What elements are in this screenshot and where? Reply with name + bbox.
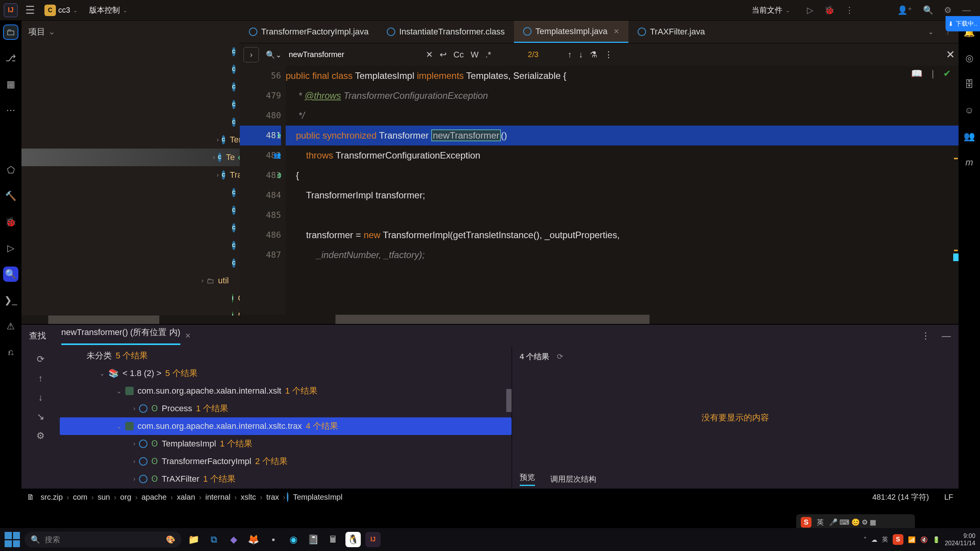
- next-match-icon[interactable]: ↓: [579, 50, 583, 60]
- close-find-icon[interactable]: ✕: [946, 48, 955, 61]
- prev-result-icon[interactable]: ↑: [38, 373, 43, 384]
- find-tool-icon[interactable]: 🔍: [3, 267, 18, 282]
- ai-assistant-icon[interactable]: ◎: [962, 51, 977, 66]
- taskbar-app-calc[interactable]: 🖩: [326, 532, 341, 547]
- find-result-row[interactable]: ⌄📚< 1.8 (2) > 5 个结果: [60, 365, 512, 382]
- project-pane-header[interactable]: 项目 ⌄: [21, 21, 240, 43]
- taskbar-app-intellij[interactable]: IJ: [365, 532, 381, 547]
- minimize-icon[interactable]: —: [962, 5, 971, 15]
- project-h-scrollbar[interactable]: [21, 316, 240, 324]
- taskbar-app-obsidian[interactable]: ◆: [226, 532, 241, 547]
- preview-tab[interactable]: 预览: [520, 472, 535, 486]
- project-tree-item[interactable]: Util: [21, 237, 240, 254]
- editor-tab[interactable]: TrAXFilter.java: [628, 21, 714, 43]
- bookmarks-tool-icon[interactable]: ⬠: [3, 162, 18, 178]
- project-tree-item[interactable]: ›Ter: [21, 131, 240, 149]
- project-name[interactable]: cc3: [58, 6, 70, 15]
- rerun-icon[interactable]: ⟳: [37, 354, 44, 365]
- tray-cloud-icon[interactable]: ☁: [871, 536, 877, 543]
- commit-tool-icon[interactable]: ⎇: [3, 51, 18, 66]
- project-tree-item[interactable]: XSL: [21, 254, 240, 272]
- taskbar-app-vscode[interactable]: ⧉: [206, 532, 221, 547]
- project-tree-item[interactable]: ›Tra: [21, 166, 240, 184]
- project-tree-item[interactable]: SAX: [21, 43, 240, 60]
- tray-clock[interactable]: 9:002024/11/14: [945, 532, 975, 547]
- run-icon[interactable]: ▷: [807, 5, 813, 15]
- more-icon[interactable]: ⋮: [604, 50, 613, 60]
- editor-tab[interactable]: TemplatesImpl.java✕: [514, 21, 628, 43]
- find-tree-scrollbar[interactable]: [506, 389, 512, 412]
- editor-tab[interactable]: InstantiateTransformer.class: [378, 21, 514, 43]
- terminal-tool-icon[interactable]: ❯_: [3, 293, 18, 308]
- tray-sogou-icon[interactable]: S: [893, 534, 903, 545]
- run-config-label[interactable]: 当前文件: [752, 5, 782, 15]
- collab-icon[interactable]: 👥: [962, 129, 977, 144]
- chevron-down-icon[interactable]: ⌄: [123, 7, 128, 13]
- build-tool-icon[interactable]: 🔨: [3, 188, 18, 204]
- caret-position[interactable]: 481:42 (14 字符): [872, 492, 929, 502]
- find-result-row[interactable]: ⌄com.sun.org.apache.xalan.internal.xsltc…: [60, 417, 512, 435]
- tray-wifi-icon[interactable]: 📶: [908, 536, 916, 543]
- download-button[interactable]: ⬇下载中..: [946, 16, 980, 31]
- inspections-ok-icon[interactable]: ✔: [943, 68, 951, 79]
- taskbar-search[interactable]: 🔍 搜索 🎨: [25, 531, 182, 548]
- whole-word-toggle[interactable]: W: [471, 50, 479, 60]
- find-result-row[interactable]: ›ʘTrAXFilter 1 个结果: [60, 470, 512, 488]
- taskbar-app-explorer[interactable]: 📁: [186, 532, 201, 547]
- debug-icon[interactable]: 🐞: [824, 5, 834, 15]
- start-button[interactable]: [5, 532, 20, 547]
- find-result-row[interactable]: ⌄com.sun.org.apache.xalan.internal.xslt …: [60, 382, 512, 400]
- find-results-tree[interactable]: 未分类 5 个结果⌄📚< 1.8 (2) > 5 个结果⌄com.sun.org…: [60, 347, 512, 489]
- taskbar-app-firefox[interactable]: 🦊: [246, 532, 261, 547]
- find-result-row[interactable]: ›ʘTransformerFactoryImpl 2 个结果: [60, 453, 512, 470]
- editor-marks[interactable]: [954, 89, 958, 315]
- project-tree-item[interactable]: DOM: [21, 307, 240, 316]
- vcs-menu[interactable]: 版本控制: [89, 5, 120, 15]
- editor-h-scrollbar[interactable]: [240, 315, 959, 324]
- call-hierarchy-tab[interactable]: 调用层次结构: [550, 474, 596, 484]
- taskbar-app-browser[interactable]: ◉: [286, 532, 301, 547]
- editor-code[interactable]: public final class TemplatesImpl impleme…: [286, 66, 959, 315]
- match-case-toggle[interactable]: Cc: [453, 50, 464, 60]
- tray-lang[interactable]: 英: [882, 536, 888, 544]
- search-icon[interactable]: 🔍⌄: [266, 50, 282, 59]
- copilot-icon[interactable]: ☺: [962, 103, 977, 118]
- find-result-row[interactable]: 未分类 5 个结果: [60, 347, 512, 365]
- chevron-down-icon[interactable]: ⌄: [73, 7, 78, 13]
- refresh-icon[interactable]: ⟳: [557, 352, 563, 361]
- maven-icon[interactable]: m: [962, 155, 977, 170]
- project-tree-item[interactable]: Collatc: [21, 289, 240, 307]
- find-history-button[interactable]: ›: [244, 47, 259, 62]
- chevron-down-icon[interactable]: ⌄: [48, 27, 55, 37]
- project-tree-item[interactable]: ›🗀util: [21, 272, 240, 289]
- tray-volume-icon[interactable]: 🔇: [920, 536, 928, 543]
- panel-options-icon[interactable]: ⋮: [921, 330, 930, 341]
- code-area[interactable]: 56479480481482483484485486487 public fin…: [240, 66, 959, 315]
- export-icon[interactable]: ↘: [37, 411, 44, 422]
- code-with-me-icon[interactable]: 👤⁺: [897, 5, 912, 15]
- next-result-icon[interactable]: ↓: [38, 392, 43, 403]
- find-panel-tab[interactable]: newTransformer() (所有位置 内): [61, 327, 180, 345]
- line-ending[interactable]: LF: [944, 493, 953, 502]
- regex-toggle[interactable]: .*: [486, 50, 491, 60]
- tray-battery-icon[interactable]: 🔋: [933, 536, 940, 543]
- prev-match-icon[interactable]: ↑: [568, 50, 572, 60]
- filter-icon[interactable]: ⚗: [590, 50, 597, 60]
- panel-minimize-icon[interactable]: —: [942, 330, 951, 341]
- find-result-row[interactable]: ›ʘTemplatesImpl 1 个结果: [60, 435, 512, 453]
- tab-dropdown-icon[interactable]: ⌄: [928, 28, 933, 36]
- chevron-down-icon[interactable]: ⌄: [785, 7, 790, 13]
- project-tree-item[interactable]: ›Te⊕ 👥 @: [21, 149, 240, 166]
- taskbar-app-qq[interactable]: 🐧: [345, 532, 361, 547]
- clear-icon[interactable]: ✕: [426, 50, 433, 60]
- git-tool-icon[interactable]: ⎌: [3, 345, 18, 360]
- database-icon[interactable]: 🗄: [962, 77, 977, 92]
- run-tool-icon[interactable]: ▷: [3, 240, 18, 256]
- taskbar-app-notes[interactable]: 📓: [306, 532, 321, 547]
- debug-tool-icon[interactable]: 🐞: [3, 214, 18, 230]
- project-tree-item[interactable]: SAX: [21, 60, 240, 78]
- project-tool-icon[interactable]: 🗀: [3, 25, 18, 40]
- editor-tab[interactable]: TransformerFactoryImpl.java: [240, 21, 378, 43]
- project-tree-item[interactable]: StA: [21, 113, 240, 131]
- project-tree-item[interactable]: StA: [21, 96, 240, 113]
